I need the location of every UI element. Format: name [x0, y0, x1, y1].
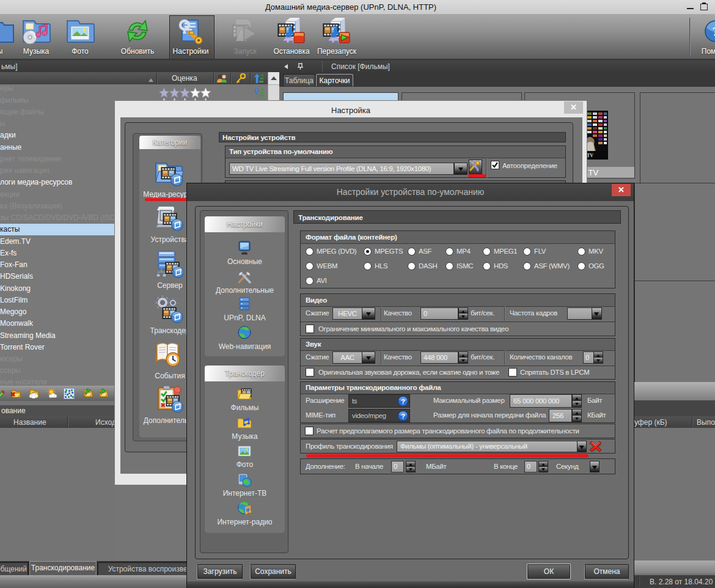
svg-text:TV: TV — [587, 153, 593, 158]
svg-text:?: ? — [401, 398, 405, 405]
svg-text:?: ? — [401, 413, 405, 420]
svg-text:?: ? — [713, 24, 715, 39]
